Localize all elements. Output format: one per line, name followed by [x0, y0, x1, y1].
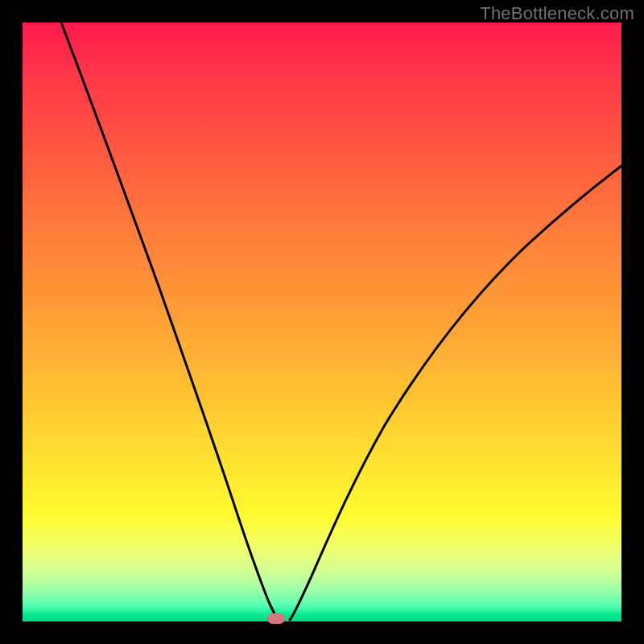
plot-area [23, 23, 621, 621]
optimum-marker [267, 613, 285, 624]
watermark-text: TheBottleneck.com [480, 3, 634, 24]
curve-right-branch [290, 166, 621, 620]
bottleneck-curve [23, 23, 621, 621]
curve-left-branch [61, 23, 279, 620]
chart-frame: TheBottleneck.com [0, 0, 644, 644]
